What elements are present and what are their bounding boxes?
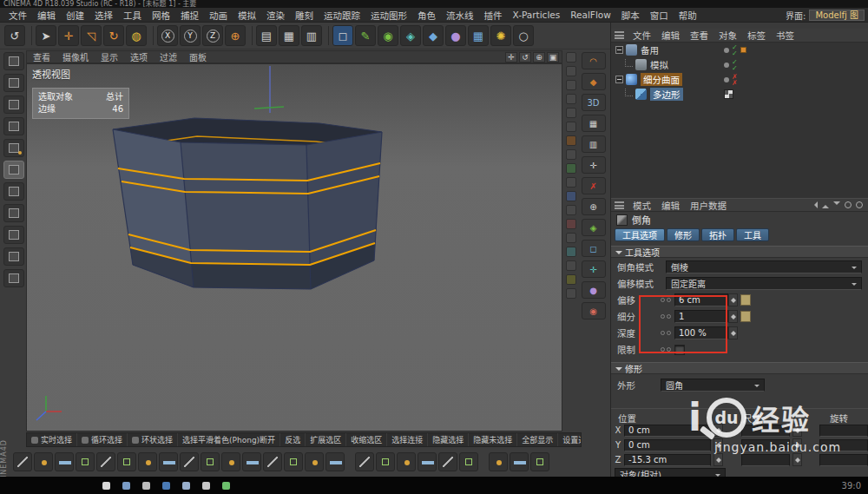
size-z-stepper[interactable] [792, 453, 802, 466]
ring-selection-button[interactable]: 环状选择 [128, 433, 178, 446]
normal-rotate-icon[interactable] [242, 452, 261, 471]
rotation-h-input[interactable] [819, 425, 868, 437]
enabled-check-icon[interactable]: ✓ [732, 65, 738, 71]
polygon-snap-icon[interactable]: ✛ [582, 260, 606, 278]
attr-menu-userdata[interactable]: 用户数据 [685, 199, 732, 212]
undo-icon[interactable]: ↺ [4, 25, 25, 46]
om-menu-bookmarks[interactable]: 书签 [771, 29, 799, 42]
clone-tool-icon[interactable] [510, 452, 529, 471]
tab-shaping[interactable]: 修形 [667, 228, 700, 241]
knife-tool-icon[interactable] [13, 452, 32, 471]
optimize-icon[interactable] [355, 452, 374, 471]
shape-dropdown[interactable]: 圆角 [661, 379, 765, 392]
menu-script[interactable]: 脚本 [616, 9, 645, 22]
position-x-input[interactable]: 0 cm [624, 425, 711, 437]
brush-tool-icon[interactable] [34, 452, 53, 471]
menu-pipeline[interactable]: 流水线 [441, 9, 479, 22]
side-tool-icon[interactable] [566, 219, 576, 229]
texture-tag-icon[interactable] [724, 89, 733, 99]
taskbar-icon[interactable] [102, 482, 110, 490]
menu-sculpt[interactable]: 雕刻 [290, 9, 319, 22]
spline-snap-icon[interactable]: ● [582, 281, 606, 299]
size-z-input[interactable] [741, 454, 790, 466]
paint-icon[interactable]: ○ [513, 25, 534, 46]
orbit-view-icon[interactable]: ↺ [519, 52, 531, 63]
enable-axis-icon[interactable] [3, 204, 24, 222]
bevel-mode-dropdown[interactable]: 倒棱 [666, 260, 862, 273]
panel-menu-icon[interactable] [615, 31, 624, 39]
menu-edit[interactable]: 编辑 [32, 9, 61, 22]
perspective-viewport[interactable]: 透视视图 选取对象 总计 边缘 46 [26, 63, 562, 431]
object-label[interactable]: 备用 [641, 43, 659, 56]
lock-icon[interactable] [845, 201, 852, 208]
workplane-mode-icon[interactable] [3, 117, 24, 135]
enabled-check-icon[interactable]: ✓ [732, 50, 738, 56]
last-tool-icon[interactable]: ◍ [126, 25, 147, 46]
inner-extrude-icon[interactable] [138, 452, 157, 471]
spline-pen-icon[interactable]: ✎ [355, 25, 376, 46]
child-icon[interactable] [833, 201, 840, 208]
section-shaping[interactable]: 修形 [611, 362, 868, 374]
points-mode-icon[interactable] [3, 139, 24, 157]
subdivision-stepper[interactable] [728, 310, 738, 323]
viewport-menu-camera[interactable]: 摄像机 [56, 50, 95, 63]
om-menu-tags[interactable]: 标签 [742, 29, 771, 42]
interface-layout-selector[interactable]: Modelfj 图 [809, 10, 865, 21]
delete-icon[interactable]: ✗ [582, 177, 606, 194]
slide-tool-icon[interactable] [263, 452, 282, 471]
weld-tool-icon[interactable] [305, 452, 324, 471]
position-y-stepper[interactable] [713, 438, 723, 451]
menu-plugins[interactable]: 插件 [479, 9, 508, 22]
menu-realflow[interactable]: RealFlow [565, 10, 616, 20]
search-icon[interactable] [856, 201, 863, 208]
render-settings-icon[interactable]: ▥ [301, 25, 322, 46]
texture-mode-icon[interactable] [3, 96, 24, 114]
side-tool-icon[interactable] [566, 108, 576, 118]
live-selection-button[interactable]: 实时选择 [27, 433, 77, 446]
size-y-input[interactable] [741, 439, 790, 451]
side-tool-icon[interactable] [566, 233, 576, 243]
floor-grid-icon[interactable]: ▦ [468, 25, 489, 46]
smooth-shift-icon[interactable] [180, 452, 199, 471]
menu-tools[interactable]: 工具 [118, 9, 147, 22]
pan-view-icon[interactable]: ✛ [505, 52, 517, 63]
viewport-solo-icon[interactable] [3, 226, 24, 244]
taskbar-icon[interactable] [182, 482, 190, 490]
parent-icon[interactable] [822, 201, 829, 208]
bevel-tool-button-icon[interactable] [117, 452, 136, 471]
make-editable-icon[interactable] [3, 52, 24, 70]
grid-snap-icon[interactable]: ▦ [582, 115, 606, 132]
viewport-menu-panel[interactable]: 面板 [183, 50, 213, 63]
magnet-snap-icon[interactable]: ◠ [582, 52, 606, 69]
position-z-input[interactable]: -15.3 cm [624, 454, 711, 466]
side-tool-icon[interactable] [566, 94, 576, 104]
side-tool-icon[interactable] [566, 177, 576, 188]
select-connected-button[interactable]: 选择连接 [387, 433, 428, 446]
layer-dot[interactable] [724, 63, 729, 68]
tag-icon[interactable] [740, 47, 746, 53]
offset-mode-dropdown[interactable]: 固定距离 [666, 277, 862, 290]
menu-mesh[interactable]: 网格 [147, 9, 175, 22]
array-generator-icon[interactable]: ◈ [400, 25, 421, 46]
workplane-lock-icon[interactable]: ✛ [582, 156, 606, 174]
move-tool-icon[interactable]: ✛ [58, 25, 79, 46]
globe-icon[interactable]: ⊕ [582, 198, 606, 215]
history-back-icon[interactable] [811, 201, 818, 208]
collapse-icon[interactable] [615, 46, 623, 54]
matrix-extrude-icon[interactable] [159, 452, 178, 471]
section-tool-options[interactable]: 工具选项 [611, 246, 868, 258]
object-label-selected[interactable]: 多边形 [650, 88, 683, 101]
depth-stepper[interactable] [728, 326, 738, 339]
stitch-sew-icon[interactable] [284, 452, 303, 471]
shrink-selection-button[interactable]: 收缩选区 [346, 433, 387, 446]
object-row-polygon[interactable]: 多边形 [611, 87, 868, 102]
side-tool-icon[interactable] [566, 122, 576, 132]
object-row-beiyong[interactable]: 备用 ✓✓ [611, 43, 868, 57]
menu-character[interactable]: 角色 [412, 9, 441, 22]
loop-selection-button[interactable]: 循环选择 [77, 433, 128, 446]
rotate-tool-icon[interactable]: ↻ [103, 25, 124, 46]
extrude-tool-icon[interactable] [96, 452, 115, 471]
edge-snap-icon[interactable]: ◻ [582, 240, 606, 257]
lock-x-axis-button[interactable]: X [157, 25, 178, 46]
menu-simulate[interactable]: 模拟 [233, 9, 261, 22]
